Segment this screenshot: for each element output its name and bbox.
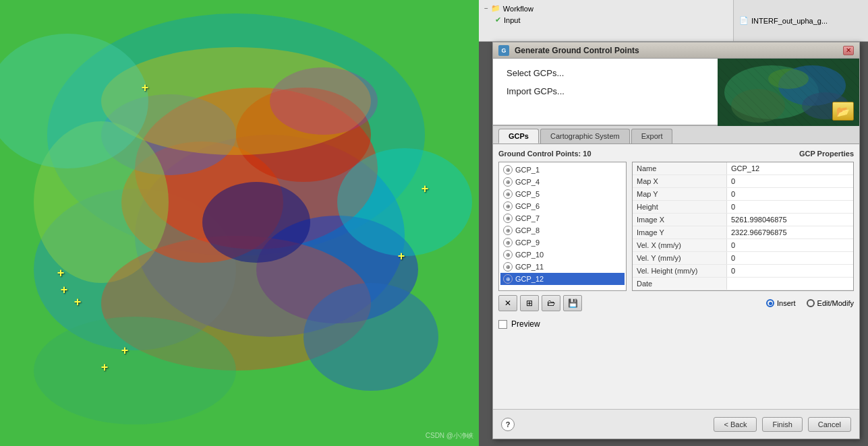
back-button[interactable]: < Back — [714, 417, 757, 432]
prop-row-name: Name GCP_12 — [633, 162, 853, 175]
preview-area: Preview — [498, 315, 854, 333]
gcp-name: GCP_11 — [515, 263, 544, 271]
gcp-name: GCP_1 — [515, 166, 540, 174]
list-item[interactable]: ⊕ GCP_10 — [500, 249, 625, 261]
gcp-icon: ⊕ — [503, 226, 513, 235]
list-item[interactable]: ⊕ GCP_7 — [500, 212, 625, 224]
prop-row-velh: Vel. Height (mm/y) 0 — [633, 265, 853, 278]
prop-value: 5261.998046875 — [727, 214, 853, 226]
prop-row-mapy: Map Y 0 — [633, 188, 853, 201]
prop-label: Image Y — [633, 226, 727, 238]
list-item[interactable]: ⊕ GCP_1 — [500, 164, 625, 176]
gcp-marker: + — [398, 249, 405, 263]
prop-row-vely: Vel. Y (mm/y) 0 — [633, 252, 853, 265]
list-item-selected[interactable]: ⊕ GCP_12 — [500, 273, 625, 285]
insert-radio[interactable] — [766, 299, 774, 307]
prop-value: 0 — [727, 188, 853, 200]
svg-point-20 — [724, 65, 819, 119]
prop-row-date: Date — [633, 278, 853, 290]
gcp-name: GCP_10 — [515, 251, 544, 259]
list-item[interactable]: ⊕ GCP_4 — [500, 176, 625, 188]
workflow-item[interactable]: − 📁 Workflow — [484, 3, 728, 14]
tab-export[interactable]: Export — [631, 129, 673, 144]
prop-row-velx: Vel. X (mm/y) 0 — [633, 239, 853, 252]
gcp-list-title: Ground Control Points: 10 — [498, 150, 591, 158]
workflow-tree: − 📁 Workflow ✔ Input — [479, 0, 733, 41]
refine-icon: 📄 — [739, 16, 749, 25]
list-item[interactable]: ⊕ GCP_9 — [500, 236, 625, 249]
resize-button[interactable]: ⊞ — [520, 295, 539, 311]
input-item[interactable]: ✔ Input — [484, 14, 728, 26]
svg-point-22 — [731, 89, 785, 123]
prop-label: Height — [633, 201, 727, 213]
tab-gcps[interactable]: GCPs — [498, 129, 539, 144]
gcp-icon: ⊕ — [503, 201, 513, 211]
gcp-icon: ⊕ — [503, 214, 513, 223]
gcp-icon: ⊕ — [503, 189, 513, 199]
svg-point-24 — [768, 69, 809, 89]
gcp-icon: ⊕ — [503, 238, 513, 247]
check-icon: ✔ — [495, 15, 501, 24]
main-area: ⊕ GCP_1 ⊕ GCP_4 ⊕ GCP_5 ⊕ GCP_6 — [498, 162, 854, 291]
gcp-marker: + — [121, 344, 129, 358]
gcp-marker: + — [422, 182, 429, 196]
insert-radio-label[interactable]: Insert — [766, 299, 796, 307]
folder-open-button[interactable]: 📂 — [832, 102, 854, 121]
dialog-title-icon: G — [498, 45, 509, 56]
content-header: Ground Control Points: 10 GCP Properties — [498, 150, 854, 158]
properties-table: Name GCP_12 Map X 0 Map Y 0 Height 0 Ima… — [632, 162, 854, 291]
prop-value: 0 — [727, 265, 853, 277]
select-gcps-button[interactable]: Select GCPs... — [504, 67, 707, 79]
list-item[interactable]: ⊕ GCP_11 — [500, 261, 625, 273]
insert-mode-group: Insert Edit/Modify — [766, 299, 854, 307]
dialog-content: Ground Control Points: 10 GCP Properties… — [493, 144, 859, 338]
refine-panel: 📄 INTERF_out_upha_g... — [733, 0, 868, 41]
close-button[interactable]: ✕ — [843, 46, 854, 55]
refine-label: INTERF_out_upha_g... — [751, 17, 828, 25]
gcp-name: GCP_4 — [515, 178, 540, 186]
svg-point-16 — [202, 182, 310, 263]
gcp-icon: ⊕ — [503, 165, 513, 174]
watermark: CSDN @小净峡 — [426, 431, 473, 441]
map-thumbnail: 📂 — [718, 59, 859, 126]
help-button[interactable]: ? — [501, 418, 515, 431]
list-item[interactable]: ⊕ GCP_6 — [500, 200, 625, 212]
insert-label: Insert — [777, 299, 796, 307]
svg-point-17 — [270, 67, 378, 135]
delete-icon: ✕ — [504, 298, 511, 308]
edit-modify-label: Edit/Modify — [817, 299, 854, 307]
expand-icon: − — [484, 5, 488, 12]
folder-icon: 📂 — [836, 105, 850, 118]
cancel-button[interactable]: Cancel — [808, 417, 851, 432]
delete-button[interactable]: ✕ — [498, 295, 517, 311]
gcp-icon: ⊕ — [503, 262, 513, 272]
list-item[interactable]: ⊕ GCP_8 — [500, 224, 625, 236]
input-label: Input — [504, 16, 520, 24]
preview-checkbox[interactable] — [498, 320, 507, 329]
gcp-name: GCP_9 — [515, 238, 540, 247]
open-icon: 🗁 — [547, 298, 555, 308]
workflow-label: Workflow — [503, 5, 533, 13]
gcp-icon: ⊕ — [503, 274, 513, 284]
prop-label: Image X — [633, 214, 727, 226]
import-gcps-button[interactable]: Import GCPs... — [504, 85, 707, 98]
gcp-marker: + — [57, 266, 65, 280]
edit-modify-radio-label[interactable]: Edit/Modify — [807, 299, 854, 307]
save-button[interactable]: 💾 — [563, 295, 582, 311]
prop-label: Vel. Y (mm/y) — [633, 252, 727, 264]
gcp-list-items: ⊕ GCP_1 ⊕ GCP_4 ⊕ GCP_5 ⊕ GCP_6 — [499, 162, 626, 286]
prop-row-mapx: Map X 0 — [633, 175, 853, 188]
preview-label: Preview — [511, 319, 540, 329]
tab-cartographic[interactable]: Cartographic System — [540, 129, 630, 144]
top-panel: − 📁 Workflow ✔ Input 📄 INTERF_out_upha_g… — [479, 0, 868, 42]
finish-button[interactable]: Finish — [762, 417, 802, 432]
svg-point-21 — [778, 65, 846, 106]
edit-modify-radio[interactable] — [807, 299, 815, 307]
prop-label: Date — [633, 278, 727, 290]
open-button[interactable]: 🗁 — [542, 295, 560, 311]
refine-item[interactable]: 📄 INTERF_out_upha_g... — [739, 16, 828, 25]
folder-icon: 📁 — [491, 4, 500, 13]
header-left: Select GCPs... Import GCPs... — [493, 59, 718, 125]
list-item[interactable]: ⊕ GCP_5 — [500, 188, 625, 200]
prop-value: 2322.966796875 — [727, 226, 853, 238]
